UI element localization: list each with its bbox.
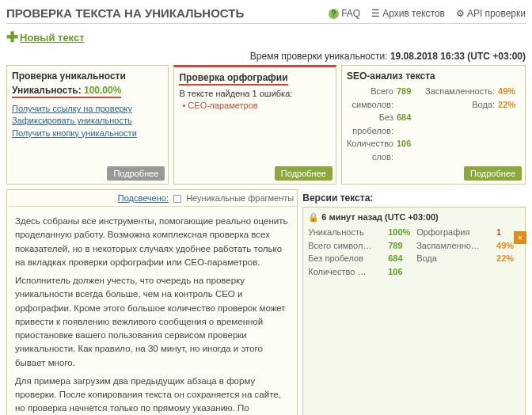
archive-icon: ☰ <box>371 8 380 19</box>
error-count: В тексте найдена 1 ошибка: <box>179 89 330 98</box>
panel-title: Проверка орфографии <box>179 72 287 86</box>
faq-link[interactable]: ?FAQ <box>329 8 360 19</box>
version-time: 🔒 6 минут назад (UTC +03:00) <box>308 212 520 223</box>
legend-link[interactable]: Подсвечено: <box>118 193 169 203</box>
more-button-uniq[interactable]: Подробнее <box>107 166 165 181</box>
panel-title: Проверка уникальности <box>12 70 163 82</box>
get-link[interactable]: Получить ссылку на проверку <box>12 103 163 115</box>
uniqueness-value: Уникальность: 100.00% <box>12 85 121 98</box>
api-link[interactable]: ⚙API проверки <box>456 8 526 19</box>
new-text-link[interactable]: Новый текст <box>20 32 85 44</box>
help-icon: ? <box>329 9 339 19</box>
text-body: Здесь собраны все инструменты, помогающи… <box>7 207 297 415</box>
page-title: ПРОВЕРКА ТЕКСТА НА УНИКАЛЬНОСТЬ <box>6 6 244 20</box>
panel-title: SEO-анализ текста <box>347 70 520 82</box>
versions-title: Версии текста: <box>302 189 526 207</box>
fix-uniq[interactable]: Зафиксировать уникальность <box>12 115 163 127</box>
get-button[interactable]: Получить кнопку уникальности <box>12 128 163 139</box>
legend: Подсвечено: Неуникальные фрагменты <box>7 190 297 207</box>
check-time: Время проверки уникальности: 19.08.2018 … <box>6 51 526 62</box>
error-item: • СЕО-параметров <box>182 101 330 110</box>
gear-icon: ⚙ <box>456 8 465 19</box>
text-panel: Подсвечено: Неуникальные фрагменты Здесь… <box>6 189 298 415</box>
more-button-seo[interactable]: Подробнее <box>464 166 522 181</box>
version-card[interactable]: 🔒 6 минут назад (UTC +03:00) Уникальност… <box>302 207 526 415</box>
plus-icon: ✚ <box>6 29 18 46</box>
legend-square <box>173 195 181 203</box>
close-icon[interactable]: × <box>514 231 526 244</box>
archive-link[interactable]: ☰Архив текстов <box>371 8 445 19</box>
panel-seo: SEO-анализ текста Всего символов:789 Без… <box>341 65 526 185</box>
panel-spelling: Проверка орфографии В тексте найдена 1 о… <box>173 65 336 185</box>
panel-uniqueness: Проверка уникальности Уникальность: 100.… <box>6 65 169 185</box>
header-links: ?FAQ ☰Архив текстов ⚙API проверки <box>329 8 526 19</box>
more-button-spell[interactable]: Подробнее <box>275 166 332 181</box>
